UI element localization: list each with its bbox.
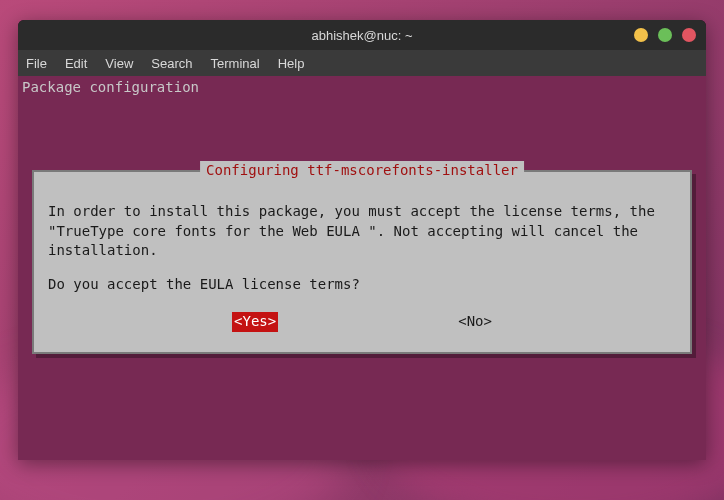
maximize-icon[interactable] bbox=[658, 28, 672, 42]
menu-terminal[interactable]: Terminal bbox=[211, 56, 260, 71]
menubar: File Edit View Search Terminal Help bbox=[18, 50, 706, 76]
minimize-icon[interactable] bbox=[634, 28, 648, 42]
dialog-text-2: Do you accept the EULA license terms? bbox=[48, 275, 676, 295]
no-button[interactable]: <No> bbox=[458, 312, 492, 332]
dialog-body: In order to install this package, you mu… bbox=[48, 202, 676, 294]
config-dialog: Configuring ttf-mscorefonts-installer In… bbox=[32, 170, 692, 354]
menu-help[interactable]: Help bbox=[278, 56, 305, 71]
package-config-header: Package configuration bbox=[22, 78, 702, 98]
window-title: abhishek@nuc: ~ bbox=[311, 28, 412, 43]
dialog-buttons: <Yes> <No> bbox=[48, 312, 676, 332]
menu-edit[interactable]: Edit bbox=[65, 56, 87, 71]
window-controls bbox=[634, 28, 696, 42]
terminal-window: abhishek@nuc: ~ File Edit View Search Te… bbox=[18, 20, 706, 460]
menu-search[interactable]: Search bbox=[151, 56, 192, 71]
menu-file[interactable]: File bbox=[26, 56, 47, 71]
yes-button[interactable]: <Yes> bbox=[232, 312, 278, 332]
close-icon[interactable] bbox=[682, 28, 696, 42]
menu-view[interactable]: View bbox=[105, 56, 133, 71]
terminal-body[interactable]: Package configuration Configuring ttf-ms… bbox=[18, 76, 706, 460]
titlebar[interactable]: abhishek@nuc: ~ bbox=[18, 20, 706, 50]
dialog-title: Configuring ttf-mscorefonts-installer bbox=[200, 161, 524, 181]
dialog-text-1: In order to install this package, you mu… bbox=[48, 202, 676, 261]
dialog-wrapper: Configuring ttf-mscorefonts-installer In… bbox=[32, 170, 692, 364]
